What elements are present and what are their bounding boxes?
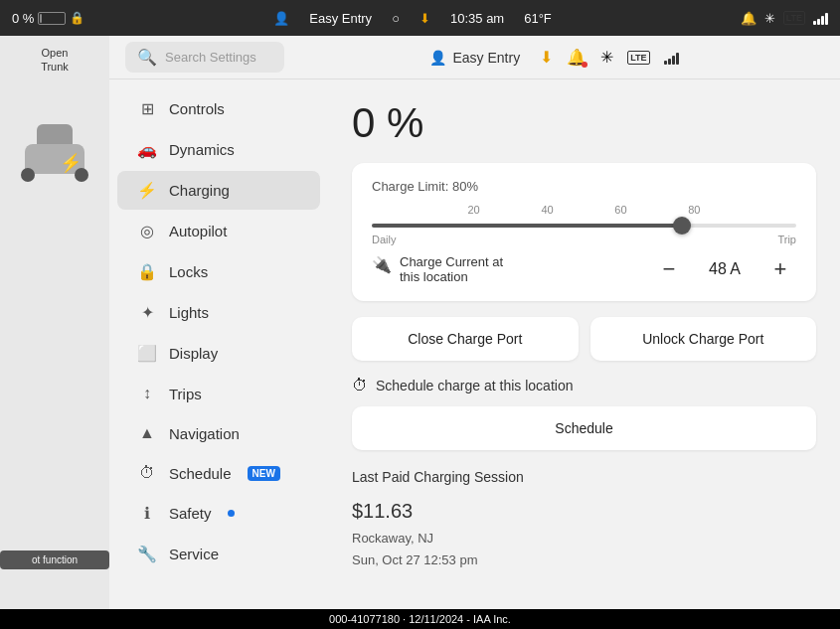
bluetooth-status-icon: ✳ [600,48,613,67]
controls-icon: ⊞ [137,99,157,118]
service-icon: 🔧 [137,545,157,563]
display-label: Display [169,345,218,362]
lte-badge: LTE [783,11,805,25]
sidebar-item-lights[interactable]: ✦ Lights [117,293,320,332]
bell-icon: 🔔 [741,11,756,26]
safety-icon: ℹ [137,504,157,523]
not-function-badge: ot function [0,550,109,569]
sidebar-item-autopilot[interactable]: ◎ Autopilot [117,212,320,250]
header-person-icon: 👤 [429,50,446,66]
sidebar-item-trips[interactable]: ↕ Trips [117,375,320,412]
new-badge: NEW [248,466,280,481]
slider-bottom-labels: Daily Trip [372,234,796,245]
header-easy-entry: 👤 Easy Entry [429,50,520,66]
sidebar-item-schedule[interactable]: ⏱ Schedule NEW [117,454,320,492]
autopilot-label: Autopilot [169,223,227,239]
last-session: Last Paid Charging Session $11.63 Rockaw… [352,466,816,571]
increase-current-button[interactable]: + [764,253,796,285]
battery-icon [38,12,66,25]
schedule-clock-icon: ⏱ [352,377,368,394]
signal-status-bars [664,51,679,65]
header-icons: ⬇ 🔔 ✳ LTE [540,48,678,67]
safety-blue-dot [228,510,235,517]
sidebar-item-navigation[interactable]: ▲ Navigation [117,414,320,452]
status-time: 10:35 am [450,11,504,26]
decrease-current-button[interactable]: − [653,253,685,285]
slider-track [372,224,796,228]
schedule-charge-label: Schedule charge at this location [376,378,573,393]
charge-limit-label: Charge Limit: 80% [372,179,796,194]
trips-icon: ↕ [137,385,157,402]
car-bolt-icon: ⚡ [60,152,82,174]
autopilot-icon: ◎ [137,222,157,240]
schedule-label: Schedule [169,465,232,482]
daily-label: Daily [372,234,396,245]
content-area: ⊞ Controls 🚗 Dynamics ⚡ Charging ◎ Autop… [109,79,840,629]
last-session-date: Sun, Oct 27 12:53 pm [352,550,816,571]
locks-icon: 🔒 [137,262,157,281]
charge-current-row: 🔌 Charge Current at this location − 48 A… [372,253,796,285]
charge-percent: 0 % [352,99,816,147]
battery-percent: 0 % [12,11,34,26]
search-input-wrapper[interactable]: 🔍 Search Settings [125,42,284,73]
nav-sidebar: ⊞ Controls 🚗 Dynamics ⚡ Charging ◎ Autop… [109,79,328,629]
sidebar-item-dynamics[interactable]: 🚗 Dynamics [117,130,320,169]
schedule-icon: ⏱ [137,464,157,482]
signal-bars [813,11,828,25]
lights-icon: ✦ [137,303,157,322]
safety-label: Safety [169,505,212,522]
service-label: Service [169,546,219,562]
charge-current-label: 🔌 Charge Current at this location [372,254,503,284]
car-sidebar: Open Trunk ⚡ ot function [0,36,109,629]
person-icon: 👤 [273,11,289,26]
controls-label: Controls [169,100,225,117]
last-session-location: Rockaway, NJ [352,528,816,550]
last-session-title: Last Paid Charging Session [352,466,816,490]
download-status-icon: ⬇ [540,48,553,67]
main-layout: Open Trunk ⚡ ot function 🔍 Search Settin… [0,36,840,629]
charging-icon: ⚡ [137,181,157,200]
bell-wrapper: 🔔 [567,48,587,67]
current-control: − 48 A + [653,253,796,285]
navigation-label: Navigation [169,425,240,442]
trips-label: Trips [169,386,202,402]
display-icon: ⬜ [137,344,157,363]
status-bar: 0 % 🔒 👤 Easy Entry ○ ⬇ 10:35 am 61°F 🔔 ✳… [0,0,840,36]
open-trunk-label[interactable]: Open Trunk [41,46,69,75]
slider-fill [372,224,690,228]
search-bar: 🔍 Search Settings 👤 Easy Entry ⬇ 🔔 ✳ LTE [109,36,840,79]
charging-label: Charging [169,182,230,199]
sidebar-item-charging[interactable]: ⚡ Charging [117,171,320,210]
status-easy-entry: Easy Entry [309,11,372,26]
charge-slider[interactable] [372,224,796,228]
battery-section: 0 % 🔒 [12,11,84,26]
car-image: ⚡ [15,104,94,263]
sidebar-item-controls[interactable]: ⊞ Controls [117,89,320,128]
schedule-row: ⏱ Schedule charge at this location [352,377,816,394]
locks-label: Locks [169,263,208,280]
sidebar-item-display[interactable]: ⬜ Display [117,334,320,373]
lock-icon: 🔒 [70,11,84,25]
status-right: 🔔 ✳ LTE [741,11,828,26]
settings-panel: 🔍 Search Settings 👤 Easy Entry ⬇ 🔔 ✳ LTE [109,36,840,629]
lights-label: Lights [169,304,209,321]
charge-limit-card: Charge Limit: 80% 20 40 60 80 [352,163,816,301]
search-icon: 🔍 [137,48,157,67]
current-value: 48 A [701,260,749,278]
slider-tick-labels: 20 40 60 80 [372,204,796,216]
circle-icon: ○ [392,11,400,26]
close-charge-port-button[interactable]: Close Charge Port [352,317,579,361]
unlock-charge-port-button[interactable]: Unlock Charge Port [590,317,817,361]
sidebar-item-locks[interactable]: 🔒 Locks [117,252,320,291]
slider-thumb[interactable] [673,217,691,235]
footer-text: 000-41077180 · 12/11/2024 - IAA Inc. [329,613,511,625]
sidebar-item-service[interactable]: 🔧 Service [117,535,320,573]
lte-status-badge: LTE [627,51,649,65]
download-icon: ⬇ [420,11,430,26]
footer-bar: 000-41077180 · 12/11/2024 - IAA Inc. [0,609,840,629]
search-placeholder: Search Settings [165,50,256,65]
action-buttons: Close Charge Port Unlock Charge Port [352,317,816,361]
sidebar-item-safety[interactable]: ℹ Safety [117,494,320,533]
dynamics-label: Dynamics [169,141,235,158]
schedule-button[interactable]: Schedule [352,406,816,450]
